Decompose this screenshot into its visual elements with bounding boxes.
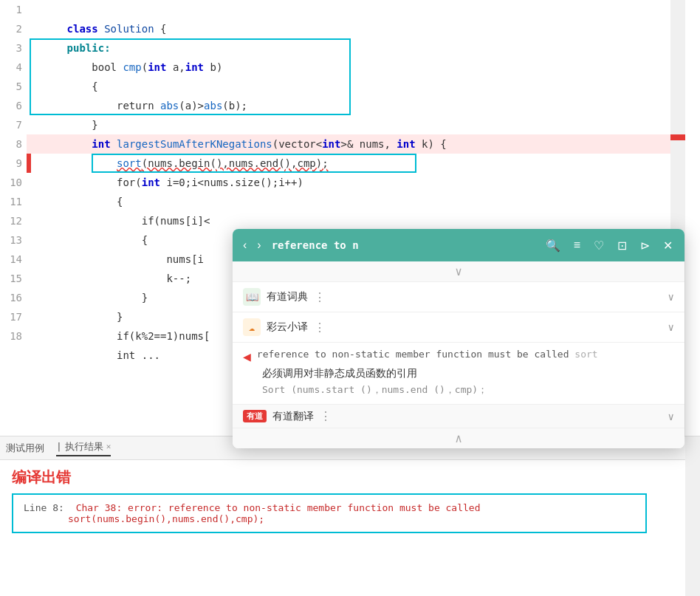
- popup-section-youdao-header[interactable]: 📖 有道词典 ⋮ ∨: [233, 282, 684, 312]
- popup-youdao-translate-left: 有道 有道翻译 ⋮: [243, 409, 332, 423]
- popup-pin-button[interactable]: ⊳: [636, 237, 654, 254]
- translation-gray-text: sort: [574, 349, 597, 360]
- code-line-3: bool cmp(int a,int b): [27, 38, 685, 58]
- tab-execute-result[interactable]: | 执行结果 ✕: [56, 440, 111, 456]
- youdao-translate-dots[interactable]: ⋮: [320, 409, 332, 423]
- youdao-badge: 有道: [243, 410, 267, 422]
- caiyun-title: 彩云小译: [267, 321, 308, 334]
- tab-execute-result-label: |: [56, 441, 62, 452]
- line-num-7: 7: [0, 115, 22, 134]
- error-scroll-mark: [670, 134, 685, 140]
- keyword-public: public:: [67, 42, 111, 54]
- code-line-5: return abs(a)>abs(b);: [27, 77, 685, 96]
- translation-arrow-icon: ◀: [243, 349, 251, 364]
- code-line-1: class Solution {: [27, 0, 685, 19]
- line-num-8: 8: [0, 134, 22, 154]
- translation-suggest-text: Sort (nums.start ()，nums.end ()，cmp)；: [262, 383, 674, 397]
- translation-block: ◀ reference to non-static member functio…: [233, 343, 684, 404]
- line-num-14: 14: [0, 250, 22, 269]
- error-line-indicator: [27, 154, 31, 173]
- error-message: Char 38: error: reference to non-static …: [76, 502, 481, 513]
- popup-menu-button[interactable]: ≡: [569, 237, 585, 253]
- youdao-dict-chevron[interactable]: ∨: [668, 291, 674, 303]
- caiyun-icon: ☁: [243, 318, 261, 336]
- youdao-translate-chevron[interactable]: ∨: [668, 411, 674, 422]
- line-num-2: 2: [0, 19, 22, 38]
- popup-section-youdao-left: 📖 有道词典 ⋮: [243, 288, 326, 306]
- youdao-dict-dots[interactable]: ⋮: [314, 290, 326, 304]
- collapse-down-icon: ∨: [455, 264, 462, 278]
- youdao-translate-title: 有道翻译: [272, 410, 314, 423]
- popup-section-caiyun: ☁ 彩云小译 ⋮ ∨: [233, 312, 684, 343]
- error-box: Line 8: Char 38: error: reference to non…: [12, 493, 647, 533]
- bottom-scrollbar[interactable]: [685, 436, 700, 596]
- popup-heart-button[interactable]: ♡: [589, 237, 608, 254]
- caiyun-chevron[interactable]: ∨: [668, 321, 674, 333]
- error-line-label: Line 8:: [24, 502, 64, 513]
- popup-collapse-bottom[interactable]: ∧: [233, 428, 684, 448]
- collapse-up-icon: ∧: [455, 431, 462, 445]
- line-num-13: 13: [0, 230, 22, 250]
- popup-section-youdao: 📖 有道词典 ⋮ ∨: [233, 282, 684, 312]
- code-line-11: if(nums[i]<: [27, 192, 685, 211]
- popup-section-caiyun-left: ☁ 彩云小译 ⋮: [243, 318, 326, 336]
- line-num-5: 5: [0, 77, 22, 96]
- tab-test-cases-label: 测试用例: [6, 442, 44, 455]
- popup-title: reference to n: [272, 239, 537, 251]
- line-num-6: 6: [0, 96, 22, 115]
- youdao-dict-icon: 📖: [243, 288, 261, 306]
- line-num-17: 17: [0, 307, 22, 326]
- line-num-3: 3: [0, 38, 22, 58]
- error-code: sort(nums.begin(),nums.end(),cmp);: [68, 513, 264, 524]
- line-num-18: 18: [0, 326, 22, 346]
- bottom-panel: 测试用例 | 执行结果 ✕ 0 / 0 个通过的测试用例 编译出错 Line 8…: [0, 436, 700, 596]
- line-num-1: 1: [0, 0, 22, 19]
- translation-main: ◀ reference to non-static member functio…: [243, 347, 674, 364]
- popup-collapse-top[interactable]: ∨: [233, 261, 684, 282]
- popup-image-button[interactable]: ⊡: [613, 237, 631, 254]
- line-num-9: 9: [0, 154, 22, 173]
- line-num-12: 12: [0, 211, 22, 230]
- popup-header: ‹ › reference to n 🔍 ≡ ♡ ⊡ ⊳ ✕: [233, 229, 684, 261]
- code-line-7: int largestSumAfterKNegations(vector<int…: [27, 115, 685, 134]
- popup-body: ∨ 📖 有道词典 ⋮ ∨ ☁ 彩云小译 ⋮ ∨: [233, 261, 684, 448]
- popup-close-button[interactable]: ✕: [659, 237, 677, 254]
- dictionary-popup: ‹ › reference to n 🔍 ≡ ♡ ⊡ ⊳ ✕ ∨ 📖 有道词典 …: [233, 229, 684, 448]
- line-num-15: 15: [0, 269, 22, 288]
- popup-section-youdao-translate: 有道 有道翻译 ⋮ ∨: [233, 404, 684, 428]
- tab-test-cases[interactable]: 测试用例: [6, 442, 44, 455]
- caiyun-dots[interactable]: ⋮: [314, 321, 326, 335]
- popup-forward-button[interactable]: ›: [254, 237, 264, 253]
- line-num-16: 16: [0, 288, 22, 307]
- popup-section-caiyun-header[interactable]: ☁ 彩云小译 ⋮ ∨: [233, 312, 684, 342]
- line-num-4: 4: [0, 58, 22, 77]
- class-name-solution: Solution: [104, 23, 154, 35]
- keyword-class: class: [67, 23, 105, 35]
- bottom-content: 编译出错 Line 8: Char 38: error: reference t…: [0, 460, 700, 541]
- popup-back-button[interactable]: ‹: [240, 237, 250, 253]
- line-num-10: 10: [0, 173, 22, 192]
- popup-search-button[interactable]: 🔍: [541, 237, 565, 254]
- youdao-dict-title: 有道词典: [267, 290, 308, 304]
- translation-en-text: reference to non-static member function …: [257, 347, 598, 362]
- line-num-11: 11: [0, 192, 22, 211]
- tab-close-icon[interactable]: ✕: [106, 442, 111, 451]
- compile-error-title: 编译出错: [12, 467, 688, 487]
- line-numbers: 1 2 3 4 5 6 7 8 9 10 11 12 13 14 15 16 1…: [0, 0, 27, 436]
- tab-execute-label-text: 执行结果: [65, 440, 103, 453]
- translation-cn-text: 必须调用对非静态成员函数的引用: [262, 367, 674, 380]
